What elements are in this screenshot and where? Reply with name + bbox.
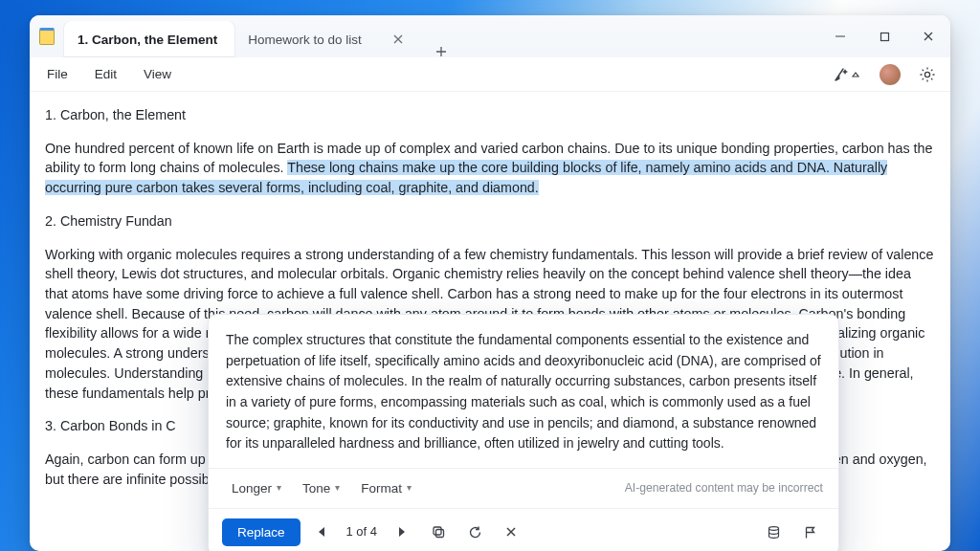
rewrite-options-row: Longer▾ Tone▾ Format▾ AI-generated conte… <box>209 469 838 509</box>
tab-strip: 1. Carbon, the Element Homework to do li… <box>58 15 818 57</box>
close-window-button[interactable] <box>906 15 950 57</box>
close-popup-button[interactable] <box>496 517 526 547</box>
user-avatar[interactable] <box>880 64 901 85</box>
svg-point-1 <box>924 72 929 77</box>
flag-icon[interactable] <box>794 517 825 547</box>
copy-button[interactable] <box>423 517 454 547</box>
minimize-button[interactable] <box>818 15 862 57</box>
next-suggestion-button[interactable] <box>387 517 417 547</box>
new-tab-button[interactable] <box>425 46 457 57</box>
menu-file[interactable]: File <box>33 61 81 87</box>
heading-1: 1. Carbon, the Element <box>45 105 935 125</box>
toolbar-right <box>828 61 941 88</box>
rewrite-popup: The complex structures that constitute t… <box>208 314 839 551</box>
menubar: File Edit View <box>30 57 950 92</box>
svg-rect-3 <box>434 527 441 535</box>
database-icon[interactable] <box>758 517 789 547</box>
titlebar: 1. Carbon, the Element Homework to do li… <box>30 15 950 57</box>
window-controls <box>818 15 950 57</box>
tab-label: Homework to do list <box>248 33 362 47</box>
maximize-button[interactable] <box>862 15 906 57</box>
length-control[interactable]: Longer▾ <box>224 474 289 503</box>
chevron-down-icon: ▾ <box>277 481 281 496</box>
settings-button[interactable] <box>914 61 941 88</box>
document-area[interactable]: 1. Carbon, the Element One hundred perce… <box>30 92 950 551</box>
rewrite-footer: Replace 1 of 4 <box>209 509 838 551</box>
regenerate-button[interactable] <box>459 517 490 547</box>
svg-rect-2 <box>435 529 443 537</box>
paragraph-1: One hundred percent of known life on Ear… <box>45 139 935 198</box>
ai-disclaimer: AI-generated content may be incorrect <box>625 480 823 497</box>
format-control[interactable]: Format▾ <box>353 474 419 503</box>
close-tab-icon[interactable] <box>389 30 408 49</box>
ai-rewrite-button[interactable] <box>828 61 866 88</box>
chevron-down-icon: ▾ <box>407 481 412 496</box>
svg-rect-0 <box>880 33 888 40</box>
tab-label: 1. Carbon, the Element <box>78 33 217 47</box>
rewrite-suggestion: The complex structures that constitute t… <box>209 315 838 469</box>
tab-inactive[interactable]: Homework to do list <box>234 21 425 57</box>
svg-point-4 <box>768 526 778 530</box>
suggestion-counter: 1 of 4 <box>343 523 382 541</box>
prev-suggestion-button[interactable] <box>306 517 337 547</box>
tone-control[interactable]: Tone▾ <box>295 474 347 503</box>
app-icon <box>35 15 58 57</box>
heading-2: 2. Chemistry Fundan <box>45 211 935 231</box>
notepad-window: 1. Carbon, the Element Homework to do li… <box>30 15 950 551</box>
menu-view[interactable]: View <box>130 61 185 87</box>
notepad-icon <box>39 28 55 45</box>
chevron-down-icon: ▾ <box>335 481 340 496</box>
menu-edit[interactable]: Edit <box>81 61 130 87</box>
replace-button[interactable]: Replace <box>222 518 301 546</box>
tab-active[interactable]: 1. Carbon, the Element <box>64 21 234 57</box>
